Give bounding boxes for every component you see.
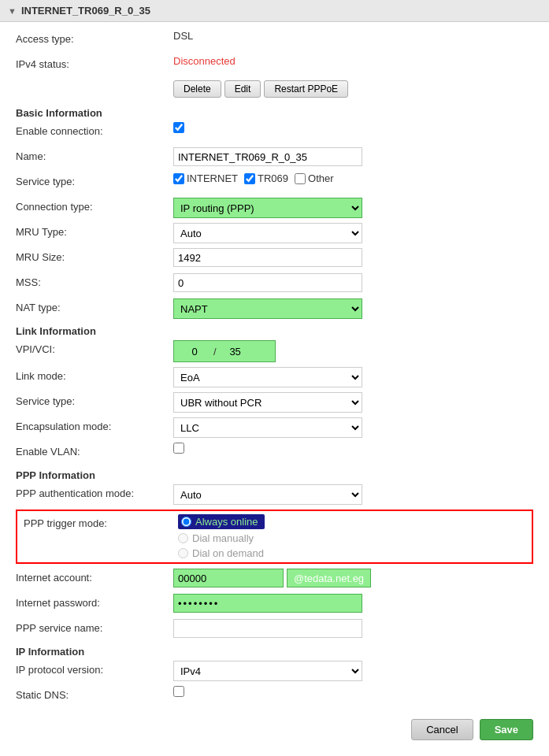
section-ppp: PPP Information xyxy=(16,469,533,481)
name-input[interactable] xyxy=(173,147,362,166)
service-type-label: Service type: xyxy=(16,172,173,187)
action-buttons: Delete Edit Restart PPPoE xyxy=(173,80,533,98)
mru-type-select[interactable]: Auto xyxy=(173,223,362,243)
link-service-type-label: Service type: xyxy=(16,392,173,407)
static-dns-label: Static DNS: xyxy=(16,686,173,701)
buttons-spacer xyxy=(16,80,173,83)
internet-password-row: Internet password: xyxy=(16,594,533,614)
internet-password-label: Internet password: xyxy=(16,594,173,609)
bottom-buttons: Cancel Save xyxy=(16,719,533,740)
vpi-vci-label: VPI/VCI: xyxy=(16,340,173,355)
mru-type-row: MRU Type: Auto xyxy=(16,223,533,243)
connection-type-select[interactable]: IP routing (PPP) xyxy=(173,198,362,218)
service-type-value: INTERNET TR069 Other xyxy=(173,172,533,184)
ip-protocol-row: IP protocol version: IPv4 xyxy=(16,661,533,681)
service-internet-checkbox[interactable] xyxy=(173,173,184,184)
access-type-row: Access type: DSL xyxy=(16,30,533,50)
enable-vlan-value xyxy=(173,443,533,454)
internet-password-value xyxy=(173,594,533,613)
link-service-type-row: Service type: UBR without PCR xyxy=(16,392,533,413)
name-value xyxy=(173,147,533,166)
enable-vlan-row: Enable VLAN: xyxy=(16,443,533,463)
service-tr069-checkbox[interactable] xyxy=(244,173,255,184)
vpi-vci-container: / xyxy=(173,340,276,362)
static-dns-checkbox[interactable] xyxy=(173,686,184,697)
mru-size-label: MRU Size: xyxy=(16,248,173,263)
internet-password-input[interactable] xyxy=(173,594,362,613)
enable-vlan-label: Enable VLAN: xyxy=(16,443,173,458)
enable-connection-value xyxy=(173,122,533,133)
connection-type-row: Connection type: IP routing (PPP) xyxy=(16,198,533,218)
encapsulation-select[interactable]: LLC xyxy=(173,417,362,438)
section-basic: Basic Information xyxy=(16,107,533,119)
mru-type-value: Auto xyxy=(173,223,533,243)
ppp-trigger-always-online[interactable]: Always online xyxy=(178,514,265,529)
ppp-trigger-radio-always[interactable] xyxy=(181,517,191,527)
mru-type-label: MRU Type: xyxy=(16,223,173,238)
service-internet-item: INTERNET xyxy=(173,172,238,184)
mss-value xyxy=(173,273,533,292)
ppp-trigger-radio-manually[interactable] xyxy=(178,533,188,543)
ppp-trigger-demand-label: Dial on demand xyxy=(192,547,264,559)
restart-pppoe-button[interactable]: Restart PPPoE xyxy=(264,80,348,98)
mru-size-input[interactable] xyxy=(173,248,362,267)
ppp-trigger-radio-demand[interactable] xyxy=(178,548,188,558)
name-row: Name: xyxy=(16,147,533,168)
cancel-button[interactable]: Cancel xyxy=(411,719,473,740)
ppp-trigger-manually-label: Dial manually xyxy=(192,532,254,544)
ipv4-status-label: IPv4 status: xyxy=(16,55,173,70)
nat-type-row: NAT type: NAPT xyxy=(16,298,533,319)
vci-input[interactable] xyxy=(220,346,251,358)
encapsulation-row: Encapsulation mode: LLC xyxy=(16,417,533,438)
ppp-trigger-dial-manually[interactable]: Dial manually xyxy=(178,532,265,544)
service-other-label: Other xyxy=(308,172,334,184)
ip-protocol-label: IP protocol version: xyxy=(16,661,173,676)
nat-type-value: NAPT xyxy=(173,298,533,319)
service-other-item: Other xyxy=(295,172,334,184)
encapsulation-value: LLC xyxy=(173,417,533,438)
ppp-service-name-input[interactable] xyxy=(173,619,362,638)
link-mode-select[interactable]: EoA xyxy=(173,367,362,387)
link-service-type-select[interactable]: UBR without PCR xyxy=(173,392,362,413)
ppp-trigger-always-label: Always online xyxy=(195,516,258,528)
name-label: Name: xyxy=(16,147,173,162)
enable-connection-checkbox[interactable] xyxy=(173,122,184,133)
ipv4-status-row: IPv4 status: Disconnected xyxy=(16,55,533,76)
ip-protocol-select[interactable]: IPv4 xyxy=(173,661,362,681)
ipv4-status-value: Disconnected xyxy=(173,55,533,67)
section-link: Link Information xyxy=(16,325,533,337)
vpi-input[interactable] xyxy=(179,346,210,358)
ppp-trigger-label: PPP trigger mode: xyxy=(20,514,178,529)
ppp-trigger-dial-demand[interactable]: Dial on demand xyxy=(178,547,265,559)
ppp-auth-label: PPP authentication mode: xyxy=(16,484,173,499)
internet-account-suffix: @tedata.net.eg xyxy=(287,569,371,587)
service-tr069-label: TR069 xyxy=(258,172,288,184)
link-mode-value: EoA xyxy=(173,367,533,387)
mss-input[interactable] xyxy=(173,273,362,292)
edit-button[interactable]: Edit xyxy=(224,80,262,98)
service-other-checkbox[interactable] xyxy=(295,173,306,184)
static-dns-row: Static DNS: xyxy=(16,686,533,706)
static-dns-value xyxy=(173,686,533,697)
ppp-trigger-options: Always online Dial manually Dial on dema… xyxy=(178,514,265,559)
access-type-label: Access type: xyxy=(16,30,173,45)
vpi-vci-value: / xyxy=(173,340,533,362)
internet-account-input[interactable] xyxy=(173,569,284,587)
delete-button[interactable]: Delete xyxy=(173,80,221,98)
title-arrow: ▼ xyxy=(8,6,17,16)
enable-connection-row: Enable connection: xyxy=(16,122,533,143)
ppp-auth-select[interactable]: Auto xyxy=(173,484,362,505)
encapsulation-label: Encapsulation mode: xyxy=(16,417,173,432)
mss-row: MSS: xyxy=(16,273,533,294)
ip-protocol-value: IPv4 xyxy=(173,661,533,681)
link-mode-row: Link mode: EoA xyxy=(16,367,533,387)
ppp-service-name-label: PPP service name: xyxy=(16,619,173,634)
access-type-value: DSL xyxy=(173,30,533,42)
ppp-auth-row: PPP authentication mode: Auto xyxy=(16,484,533,505)
connection-type-value: IP routing (PPP) xyxy=(173,198,533,218)
enable-vlan-checkbox[interactable] xyxy=(173,443,184,454)
nat-type-select[interactable]: NAPT xyxy=(173,298,362,319)
save-button[interactable]: Save xyxy=(480,719,533,740)
action-buttons-row: Delete Edit Restart PPPoE xyxy=(16,80,533,101)
ppp-service-name-value xyxy=(173,619,533,638)
